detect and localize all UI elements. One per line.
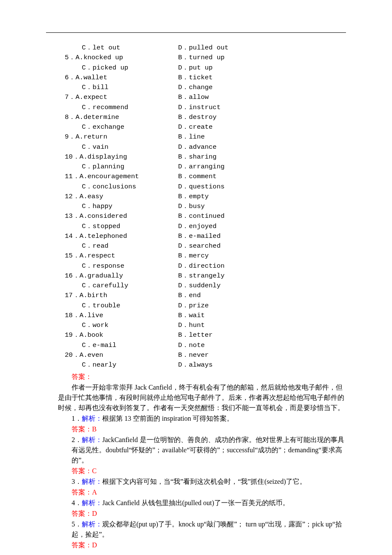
- option-right: D．create: [178, 122, 346, 132]
- option-row: C．e-mailD．note: [46, 341, 346, 350]
- option-right: D．direction: [178, 261, 346, 271]
- option-row: C．exchangeD．create: [46, 122, 346, 132]
- option-right: B．wait: [178, 311, 346, 321]
- option-right: D．always: [178, 360, 346, 370]
- option-right: D．questions: [178, 182, 346, 192]
- option-right: B．strangely: [178, 271, 346, 281]
- answer-line: 答案：D: [46, 509, 346, 519]
- explanation-body: 根据第 13 空前面的 inspiration 可得知答案。: [102, 415, 233, 422]
- option-row: 11．A.encouragementB．comment: [46, 172, 346, 182]
- answer-line: 答案：C: [46, 466, 346, 476]
- explanation-prefix: 解析：: [82, 478, 102, 485]
- explanation-prefix: 解析：: [82, 415, 102, 422]
- explanation-body: 根据下文内容可知，当“我”看到这次机会时，“我”抓住(seized)了它。: [102, 478, 306, 485]
- option-left: 6．A.wallet: [65, 73, 178, 83]
- explanation-number: 1．: [72, 415, 82, 422]
- option-row: C．let outD．pulled out: [46, 43, 346, 53]
- option-right: D．hunt: [178, 321, 346, 330]
- option-left: C．nearly: [65, 360, 178, 370]
- option-right: D．suddenly: [178, 281, 346, 291]
- option-right: D．advance: [178, 142, 346, 152]
- option-row: 8．A.determineB．destroy: [46, 113, 346, 122]
- option-left: 13．A.considered: [65, 211, 178, 221]
- option-left: C．happy: [65, 202, 178, 211]
- option-left: 18．A.live: [65, 311, 178, 321]
- option-left: C．vain: [65, 142, 178, 152]
- option-right: D．change: [178, 83, 346, 92]
- option-right: D．enjoyed: [178, 222, 346, 231]
- explanation-prefix: 解析：: [82, 520, 102, 528]
- option-row: C．nearlyD．always: [46, 360, 346, 370]
- option-row: C．responseD．direction: [46, 261, 346, 271]
- answer-line: 答案：D: [46, 540, 346, 550]
- option-row: C．picked upD．put up: [46, 63, 346, 73]
- option-right: B．ticket: [178, 73, 346, 83]
- option-row: 19．A.bookB．letter: [46, 330, 346, 340]
- explanation-number: 4．: [72, 499, 82, 506]
- option-left: C．bill: [65, 83, 178, 92]
- explanation-number: 3．: [72, 478, 82, 485]
- option-right: B．line: [178, 132, 346, 142]
- option-right: B．destroy: [178, 113, 346, 122]
- option-left: 16．A.gradually: [65, 271, 178, 281]
- option-right: B．allow: [178, 92, 346, 102]
- option-row: C．recommendD．instruct: [46, 103, 346, 113]
- option-left: 20．A.even: [65, 350, 178, 360]
- option-right: D．searched: [178, 241, 346, 251]
- option-left: C．exchange: [65, 122, 178, 132]
- explanation-line: 5．解析：观众都举起(put up)了手。knock up“敲门唤醒”； tur…: [46, 519, 346, 540]
- option-right: D．instruct: [178, 103, 346, 113]
- option-row: 5．A.knocked upB．turned up: [46, 53, 346, 63]
- explanation-body: 观众都举起(put up)了手。knock up“敲门唤醒”； turn up“…: [72, 520, 342, 538]
- option-left: C．trouble: [65, 301, 178, 311]
- option-row: C．carefullyD．suddenly: [46, 281, 346, 291]
- option-row: 7．A.expectB．allow: [46, 92, 346, 102]
- option-right: D．pulled out: [178, 43, 346, 53]
- answer-header: 答案：: [46, 372, 346, 382]
- option-row: C．happyD．busy: [46, 202, 346, 211]
- option-right: B．continued: [178, 211, 346, 221]
- explanation-body: JackCanfield 是一位明智的、善良的、成功的作家。他对世界上有可能出现…: [72, 436, 344, 464]
- option-row: 20．A.evenB．never: [46, 350, 346, 360]
- explanation-prefix: 解析：: [82, 499, 102, 506]
- option-left: C．let out: [65, 43, 178, 53]
- answer-line: 答案：A: [46, 487, 346, 497]
- option-row: C．workD．hunt: [46, 321, 346, 330]
- option-left: 17．A.birth: [65, 291, 178, 301]
- option-left: C．picked up: [65, 63, 178, 73]
- option-right: B．sharing: [178, 152, 346, 162]
- explanation-number: 2．: [72, 436, 82, 443]
- explanation-line: 2．解析：JackCanfield 是一位明智的、善良的、成功的作家。他对世界上…: [46, 435, 346, 465]
- page-number: 3: [46, 551, 346, 555]
- explanation-prefix: 解析：: [82, 436, 102, 443]
- option-left: C．work: [65, 321, 178, 330]
- option-right: B．turned up: [178, 53, 346, 63]
- page: C．let outD．pulled out5．A.knocked upB．tur…: [0, 0, 392, 555]
- option-left: 8．A.determine: [65, 113, 178, 122]
- option-left: C．recommend: [65, 103, 178, 113]
- option-row: 12．A.easyB．empty: [46, 192, 346, 202]
- option-row: 14．A.telephonedB．e-mailed: [46, 231, 346, 241]
- option-row: 6．A.walletB．ticket: [46, 73, 346, 83]
- option-left: C．conclusions: [65, 182, 178, 192]
- explanation-line: 3．解析：根据下文内容可知，当“我”看到这次机会时，“我”抓住(seized)了…: [46, 477, 346, 487]
- option-right: D．put up: [178, 63, 346, 73]
- option-row: 17．A.birthB．end: [46, 291, 346, 301]
- explanation-line: 1．解析：根据第 13 空前面的 inspiration 可得知答案。: [46, 413, 346, 424]
- option-row: 9．A.returnB．line: [46, 132, 346, 142]
- option-left: C．e-mail: [65, 341, 178, 350]
- option-right: B．never: [178, 350, 346, 360]
- option-left: 12．A.easy: [65, 192, 178, 202]
- option-left: C．planning: [65, 162, 178, 172]
- explanations-block: 1．解析：根据第 13 空前面的 inspiration 可得知答案。答案：B2…: [46, 413, 346, 550]
- option-right: B．mercy: [178, 251, 346, 261]
- option-left: 11．A.encouragement: [65, 172, 178, 182]
- option-right: B．e-mailed: [178, 231, 346, 241]
- options-list: C．let outD．pulled out5．A.knocked upB．tur…: [46, 43, 346, 370]
- option-right: B．letter: [178, 330, 346, 340]
- option-left: 9．A.return: [65, 132, 178, 142]
- option-row: 10．A.displayingB．sharing: [46, 152, 346, 162]
- option-row: C．stoppedD．enjoyed: [46, 222, 346, 231]
- option-right: D．note: [178, 341, 346, 350]
- option-right: B．end: [178, 291, 346, 301]
